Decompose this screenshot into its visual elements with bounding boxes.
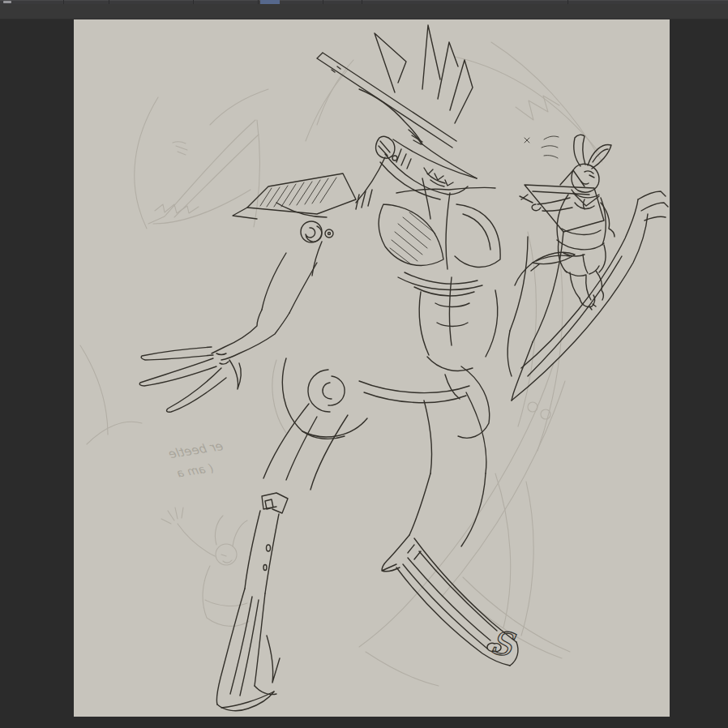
artist-signature: S — [487, 623, 519, 665]
sketch-artwork: S — [74, 19, 670, 717]
app-icon — [3, 1, 11, 3]
toolbar-band — [0, 4, 728, 19]
workspace: S er beetle ( am a — [0, 19, 728, 728]
app-window: S er beetle ( am a — [0, 0, 728, 728]
drawing-canvas[interactable]: S er beetle ( am a — [74, 19, 670, 717]
